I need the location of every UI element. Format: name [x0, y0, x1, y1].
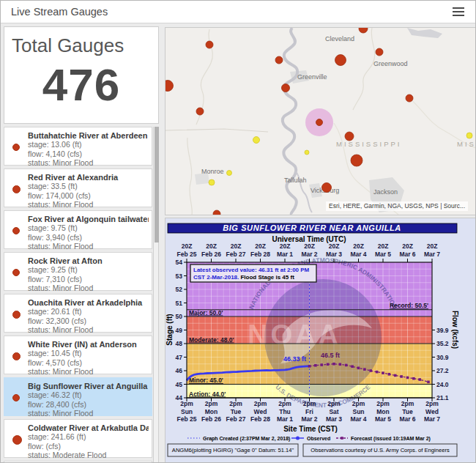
map-gauge-marker[interactable]	[376, 48, 383, 56]
map-panel[interactable]: MISSISSIPPIMISSISSClevelandGreenwoodGree…	[165, 27, 476, 215]
forecast-point	[308, 365, 311, 368]
gauge-flow: flow: 32,300 (cfs)	[28, 316, 149, 326]
gauge-name: Fox River at Algonquin tailwater	[28, 215, 149, 223]
chart-title: BIG SUNFLOWER RIVER NEAR ANGUILLA	[223, 223, 401, 232]
map-gauge-marker[interactable]	[335, 55, 346, 66]
scrollbar-thumb[interactable]	[155, 127, 159, 242]
map-water-body	[407, 28, 442, 38]
stage-tick: 46	[176, 367, 183, 374]
utc-tick: 20Z	[329, 242, 340, 250]
gauge-status: status: Minor Flood	[28, 200, 149, 210]
gauge-list-item[interactable]: Big Sunflower River at Anguillastage: 46…	[4, 377, 152, 416]
gauge-list-item[interactable]: Buttahatchie River at Aberdeenstage: 13.…	[4, 127, 152, 166]
map-gauge-marker[interactable]	[282, 84, 290, 92]
utc-tick: 20Z	[255, 242, 266, 250]
gauge-name: Red River at Alexandria	[28, 173, 149, 182]
forecast-point	[376, 371, 379, 374]
flood-line-label: Minor: 45.0'	[189, 377, 223, 384]
page-title: Live Stream Gauges	[11, 6, 108, 18]
map-gauge-marker[interactable]	[253, 137, 260, 144]
gauge-name: Rock River at Afton	[28, 256, 149, 265]
gauge-status-dot	[12, 227, 20, 234]
gauge-stage: stage: 46.32 (ft)	[28, 390, 149, 400]
map-gauge-marker[interactable]	[227, 171, 232, 176]
forecast-point	[418, 378, 421, 381]
gauge-list-item[interactable]: Ouachita River at Arkadelphiastage: 20.6…	[4, 294, 152, 333]
gauge-list-item[interactable]: Rock River at Aftonstage: 9.25 (ft)flow:…	[4, 252, 152, 291]
gauge-status-dot	[12, 269, 20, 276]
date-tick: Feb 25	[177, 415, 197, 423]
gauge-list-item[interactable]: Coldwater River at Arkabutla Damstage: 2…	[4, 419, 152, 458]
map-gauge-marker[interactable]	[196, 108, 204, 115]
map-gauge-marker[interactable]	[206, 41, 213, 48]
map-gauge-marker[interactable]	[305, 150, 309, 155]
map-gauge-marker[interactable]	[209, 179, 215, 185]
map-gauge-marker[interactable]	[406, 95, 413, 102]
map-gauge-marker[interactable]	[166, 81, 174, 92]
gauge-name: Coldwater River at Arkabutla Dam	[28, 423, 149, 432]
flood-line-label: Action: 44.0'	[189, 390, 226, 398]
gauge-status: status: Minor Flood	[28, 367, 149, 377]
weekday-tick: Mon	[205, 408, 217, 415]
gauge-list-item[interactable]: Fox River at Algonquin tailwaterstage: 9…	[4, 210, 152, 249]
map-gauge-marker[interactable]	[275, 56, 283, 64]
list-scrollbar[interactable]	[153, 127, 159, 463]
utc-date-tick: Feb 28	[250, 251, 270, 258]
utc-tick: 20Z	[427, 242, 438, 250]
gauge-list-item[interactable]: White River (IN) at Andersonstage: 10.45…	[4, 336, 152, 374]
legend-forecast: Forecast (issued 10:19AM Mar 2)	[351, 436, 431, 442]
map-city-label: Jackson	[373, 188, 398, 196]
weekday-tick: Wed	[425, 408, 439, 415]
gauge-stage: stage: 20.61 (ft)	[28, 307, 149, 316]
flow-tick: 24.0	[436, 381, 449, 388]
gauge-flow: flow: 4,140 (cfs)	[28, 149, 149, 159]
gauge-status: status: Minor Flood	[28, 284, 149, 293]
gauge-flow: flow: (cfs)	[28, 442, 149, 451]
forecast-peak-label: 46.5 ft	[321, 352, 340, 359]
hamburger-menu-icon[interactable]	[451, 7, 466, 18]
utc-tick: 20Z	[353, 242, 364, 250]
site-time-tick: 2pm	[254, 400, 267, 407]
forecast-point	[400, 375, 403, 378]
gauge-status-dot	[12, 311, 21, 319]
stage-tick: 47	[176, 354, 183, 361]
map-gauge-marker[interactable]	[322, 183, 332, 193]
total-gauges-label: Total Gauges	[12, 34, 158, 57]
map-canvas[interactable]: MISSISSIPPIMISSISSClevelandGreenwoodGree…	[166, 28, 476, 215]
map-attribution: Esri, HERE, Garmin, NGA, USGS, NPS | Sou…	[326, 201, 468, 211]
map-gauge-marker[interactable]	[359, 28, 368, 33]
date-tick: Mar 5	[375, 415, 391, 423]
forecast-point	[320, 363, 323, 366]
utc-date-tick: Mar 3	[326, 251, 342, 258]
map-gauge-marker[interactable]	[213, 210, 220, 215]
gauge-flow: flow: 28,400 (cfs)	[28, 400, 149, 410]
utc-date-tick: Feb 26	[201, 251, 221, 258]
stage-tick: 52	[176, 286, 183, 293]
site-time-tick: 2pm	[303, 400, 316, 407]
observations-credit-text: Observations courtesy of U.S. Army Corps…	[310, 447, 450, 453]
gauge-status: status: Minor Flood	[28, 325, 149, 335]
total-gauges-card: Total Gauges 476	[4, 26, 159, 124]
forecast-point	[327, 363, 330, 366]
date-tick: Mar 1	[277, 415, 293, 423]
date-tick: Mar 2	[301, 415, 317, 423]
utc-date-tick: Mar 2	[301, 251, 317, 258]
map-gauge-marker[interactable]	[466, 133, 472, 138]
gauge-list-item[interactable]: Red River at Alexandriastage: 33.5 (ft)f…	[4, 168, 152, 207]
map-gauge-marker[interactable]	[351, 155, 362, 166]
forecast-point	[339, 363, 342, 366]
flow-tick: 39.9	[436, 327, 449, 334]
gauge-stage: stage: 9.75 (ft)	[28, 223, 149, 233]
map-gauge-marker[interactable]	[316, 119, 323, 126]
forecast-point	[394, 374, 397, 377]
gauge-stage: stage: 13.06 (ft)	[28, 140, 149, 149]
forecast-point	[382, 371, 384, 374]
forecast-point	[345, 364, 348, 367]
legend-forecast-swatch	[341, 437, 343, 440]
stage-tick: 49	[176, 327, 183, 334]
map-gauge-marker[interactable]	[345, 132, 354, 141]
gauge-stage: stage: 241.66 (ft)	[28, 432, 149, 442]
flow-tick: 27.2	[436, 367, 449, 374]
map-city-label: Tallulah	[284, 177, 307, 184]
utc-tick: 20Z	[378, 242, 389, 250]
